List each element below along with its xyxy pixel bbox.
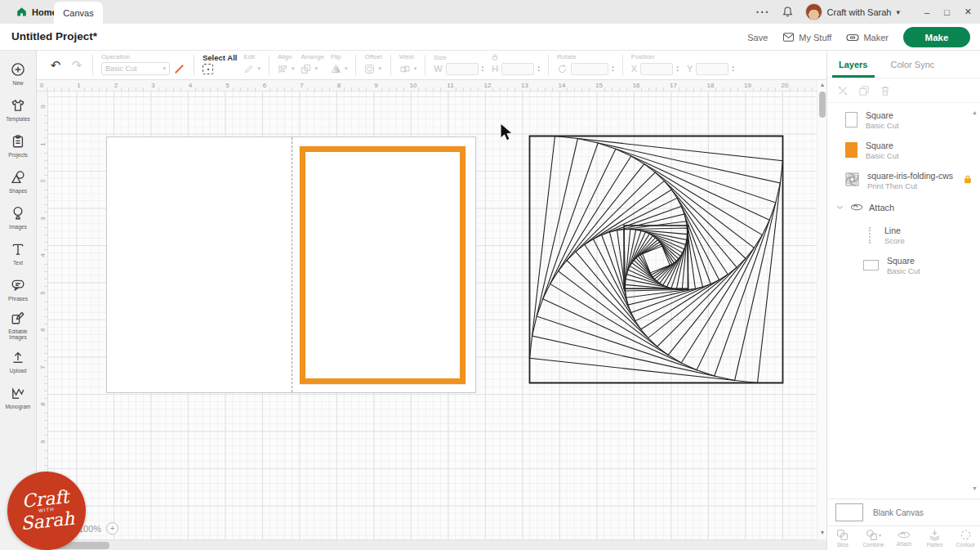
x-input[interactable] (640, 63, 673, 75)
pen-color-swatch[interactable] (173, 63, 185, 75)
undo-button[interactable]: ↶ (45, 51, 66, 79)
align-menu-button[interactable]: ▾ (278, 61, 295, 76)
action-combine[interactable]: ▾Combine (858, 526, 889, 550)
ruler-tick (44, 227, 47, 228)
action-contour[interactable]: Contour (950, 526, 980, 550)
x-stepper[interactable]: ▴▾ (676, 65, 679, 73)
flip-menu-button[interactable]: ▾ (331, 61, 348, 76)
edit-menu-button[interactable]: ▾ (243, 61, 261, 76)
list-scroll-down-icon[interactable]: ▼ (972, 485, 978, 491)
layer-row[interactable]: SquareBasic Cut (827, 105, 980, 135)
make-button[interactable]: Make (903, 27, 970, 47)
tab-layers[interactable]: Layers (827, 60, 879, 69)
width-stepper[interactable]: ▴▾ (482, 65, 484, 73)
action-flatten[interactable]: Flatten (920, 526, 951, 550)
chevron-down-icon[interactable] (835, 203, 844, 213)
rotate-group: Rotate ▴▾ (554, 51, 617, 79)
orange-frame-shape[interactable] (300, 146, 466, 384)
canvas-grid[interactable] (48, 92, 817, 539)
weld-menu-button[interactable]: ▾ (399, 61, 417, 76)
tab-color-sync[interactable]: Color Sync (879, 60, 946, 69)
ruler-tick (730, 87, 731, 91)
tab-canvas[interactable]: Canvas (54, 2, 103, 24)
chevron-down-icon: ▾ (896, 8, 900, 16)
height-input[interactable] (501, 63, 534, 75)
ungroup-icon[interactable] (837, 85, 849, 96)
account-menu[interactable]: Craft with Sarah ▾ (805, 3, 900, 20)
score-fold-line[interactable] (292, 137, 292, 392)
sidebar-item-phrases[interactable]: Phrases (0, 271, 36, 307)
sidebar-item-monogram[interactable]: Monogram (0, 379, 36, 415)
y-input[interactable] (696, 63, 728, 75)
layer-row[interactable]: SquareBasic Cut (827, 250, 980, 280)
sidebar-item-upload[interactable]: Upload (0, 343, 36, 379)
sidebar-item-new[interactable]: New (0, 56, 36, 92)
redo-button[interactable]: ↷ (66, 51, 87, 79)
flip-label: Flip (331, 53, 341, 61)
sidebar-item-images[interactable]: Images (0, 199, 36, 235)
lock-aspect-icon[interactable] (491, 53, 499, 61)
sidebar-item-projects[interactable]: Projects (0, 127, 36, 163)
ruler-tick (723, 87, 724, 91)
layer-row[interactable]: SquareBasic Cut (827, 135, 980, 165)
ruler-number: 12 (483, 82, 492, 89)
height-stepper[interactable]: ▴▾ (537, 65, 540, 73)
horizontal-scrollbar[interactable]: ◀ (37, 539, 826, 550)
window-close-button[interactable]: ✕ (964, 7, 972, 17)
logo-text-line3: Sarah (20, 510, 75, 534)
weld-group: Weld ▾ (396, 51, 421, 79)
home-tab-label: Home (32, 7, 57, 17)
select-all-button[interactable] (203, 64, 213, 74)
ruler-number: 8 (334, 82, 344, 89)
y-stepper[interactable]: ▴▾ (732, 65, 734, 73)
rotate-input[interactable] (571, 63, 608, 75)
width-input[interactable] (446, 63, 479, 75)
ruler-tick (396, 87, 397, 91)
ruler-tick (44, 242, 47, 243)
ruler-tick (203, 87, 203, 91)
ruler-tick (619, 87, 620, 91)
offset-menu-button[interactable]: ▾ (364, 61, 381, 76)
save-button[interactable]: Save (747, 33, 768, 42)
duplicate-icon[interactable] (858, 85, 870, 96)
ruler-number: 10 (408, 82, 418, 89)
projects-icon (11, 134, 25, 150)
rotate-label: Rotate (557, 53, 577, 61)
ruler-number: 18 (706, 82, 715, 89)
layer-name: Square (866, 110, 899, 120)
action-attach[interactable]: Attach (889, 526, 920, 550)
layer-group-row[interactable]: Attach (827, 195, 980, 220)
ruler-tick (612, 87, 612, 91)
zoom-in-button[interactable]: + (106, 522, 118, 534)
machine-select-button[interactable]: Maker (846, 33, 889, 42)
my-stuff-button[interactable]: My Stuff (782, 32, 831, 42)
blank-canvas-row[interactable]: Blank Canvas (827, 499, 980, 525)
edit-group: Edit ▾ (240, 51, 264, 79)
overflow-menu-icon[interactable]: ··· (756, 6, 770, 19)
arrange-menu-button[interactable]: ▾ (301, 61, 318, 76)
action-label: Slice (837, 542, 849, 548)
window-restore-button[interactable]: □ (944, 7, 950, 17)
layer-row[interactable]: LineScore (827, 220, 980, 250)
layer-row[interactable]: square-iris-folding-cwsPrint Then Cut (827, 165, 980, 195)
vertical-scroll-thumb[interactable] (819, 92, 826, 118)
iris-folding-pattern[interactable] (528, 135, 784, 384)
vertical-scrollbar[interactable]: ▲ ▼ (817, 80, 826, 539)
sidebar-item-shapes[interactable]: Shapes (0, 163, 36, 199)
delete-icon[interactable] (880, 85, 891, 96)
lock-icon[interactable] (963, 174, 973, 186)
operation-select[interactable]: Basic Cut▾ (101, 62, 170, 75)
flatten-icon (929, 529, 941, 541)
sidebar-item-templates[interactable]: Templates (0, 92, 36, 127)
sidebar-item-editable-images[interactable]: Editable Images (0, 307, 36, 343)
action-slice[interactable]: Slice (827, 526, 858, 550)
window-minimize-button[interactable]: – (924, 7, 929, 17)
y-label: Y (687, 64, 693, 74)
rotate-stepper[interactable]: ▴▾ (612, 65, 614, 73)
ruler-number: 13 (520, 82, 530, 89)
ruler-tick (797, 87, 798, 91)
notifications-bell-icon[interactable] (782, 6, 794, 18)
ruler-tick (663, 87, 664, 91)
sidebar-item-text[interactable]: Text (0, 235, 36, 271)
page-title: Untitled Project* (11, 30, 97, 42)
